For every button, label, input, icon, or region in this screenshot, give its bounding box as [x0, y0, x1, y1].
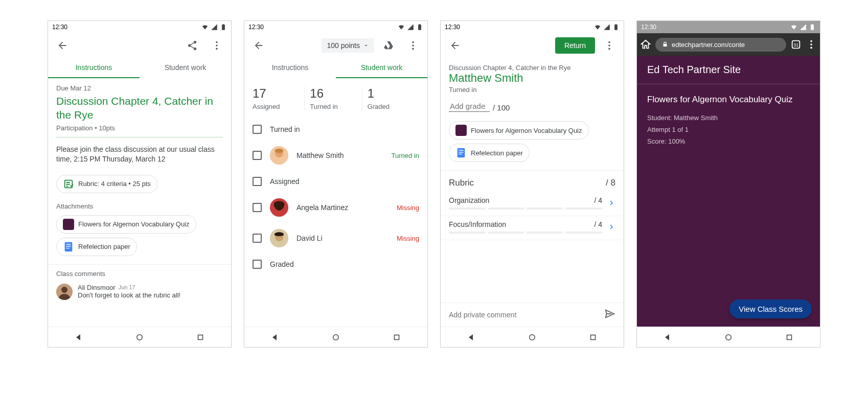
drive-button[interactable]: [378, 35, 399, 56]
tabs-icon[interactable]: 31: [790, 39, 802, 50]
chevron-right-icon: [607, 199, 615, 207]
points-dropdown[interactable]: 100 points: [322, 38, 374, 53]
nav-home-icon[interactable]: [724, 333, 733, 342]
wifi-icon: [790, 24, 797, 31]
status-bar: 12:30: [48, 21, 231, 33]
stat-assigned[interactable]: 17 Assigned: [253, 86, 305, 110]
student-row-angela[interactable]: Angela Martinez Missing: [244, 192, 427, 223]
checkbox[interactable]: [253, 203, 262, 212]
more-vert-icon: [211, 40, 222, 51]
attachment-quiz[interactable]: Flowers for Algernon Vocabulary Quiz: [56, 215, 196, 234]
attachment-doc[interactable]: Refelection paper: [56, 238, 137, 256]
send-button[interactable]: [604, 308, 615, 321]
back-arrow-icon: [57, 40, 68, 51]
student-name: Matthew Smith: [449, 72, 615, 85]
url-bar[interactable]: edtechpartner.com/conte: [655, 38, 786, 52]
nav-recent-icon[interactable]: [785, 333, 794, 342]
section-assigned: Assigned: [244, 171, 427, 192]
rubric-total: / 8: [606, 178, 615, 188]
stat-graded[interactable]: 1 Graded: [362, 86, 419, 110]
partner-page: Ed Tech Partner Site Flowers for Algerno…: [637, 56, 820, 327]
wifi-icon: [398, 24, 405, 31]
overflow-button[interactable]: [403, 35, 423, 56]
rubric-max: / 4: [594, 196, 602, 204]
battery-icon: [809, 24, 816, 31]
more-vert-icon: [604, 40, 615, 51]
view-class-scores-button[interactable]: View Class Scores: [729, 299, 812, 318]
assignment-meta: Participation • 10pts: [56, 124, 223, 132]
grade-input[interactable]: [449, 101, 490, 112]
nav-recent-icon[interactable]: [392, 333, 401, 342]
student-name: Angela Martinez: [296, 203, 389, 212]
svg-point-24: [608, 44, 610, 47]
rubric-chip[interactable]: Rubric: 4 criteria • 25 pts: [56, 175, 157, 193]
back-button[interactable]: [248, 35, 269, 56]
attachment-doc[interactable]: Refelection paper: [449, 144, 530, 162]
svg-rect-27: [459, 150, 463, 151]
avatar: [56, 284, 73, 300]
svg-point-2: [216, 48, 218, 50]
back-button[interactable]: [52, 35, 73, 56]
nav-recent-icon[interactable]: [588, 333, 598, 342]
back-button[interactable]: [445, 35, 465, 56]
grade-row: / 100: [449, 101, 615, 112]
attachment-label: Flowers for Algernon Vocabulary Quiz: [471, 127, 582, 134]
stat-num: 16: [310, 86, 361, 101]
tab-student-work[interactable]: Student work: [336, 58, 427, 78]
checkbox[interactable]: [253, 234, 262, 243]
section-graded: Graded: [244, 253, 427, 275]
overflow-button[interactable]: [207, 35, 227, 56]
return-button[interactable]: Return: [555, 37, 595, 54]
app-bar: 100 points: [244, 33, 427, 58]
svg-rect-22: [395, 335, 399, 339]
tab-student-work[interactable]: Student work: [140, 58, 231, 78]
nav-back-icon[interactable]: [467, 333, 476, 342]
nav-bar: [48, 327, 231, 347]
avatar: [270, 146, 288, 165]
attachment-quiz[interactable]: Flowers for Algernon Vocabulary Quiz: [449, 121, 589, 140]
drive-icon: [383, 40, 394, 51]
stat-label: Graded: [368, 103, 419, 110]
section-label: Graded: [270, 260, 419, 268]
rubric-label: Rubric: [449, 178, 474, 188]
url-text: edtechpartner.com/conte: [672, 41, 745, 49]
checkbox[interactable]: [253, 177, 262, 186]
nav-back-icon[interactable]: [74, 333, 83, 342]
nav-back-icon[interactable]: [270, 333, 280, 342]
phone-grading: 12:30 Return Discussion Chapter 4, Catch…: [440, 20, 624, 348]
chevron-right-icon: [607, 223, 615, 231]
svg-point-14: [412, 48, 414, 50]
battery-icon: [416, 24, 423, 31]
stat-turnedin[interactable]: 16 Turned in: [305, 86, 362, 110]
assignment-title: Discussion Chapter 4, Catcher in the Rye: [56, 94, 223, 122]
private-comment-input[interactable]: [449, 311, 599, 319]
share-button[interactable]: [182, 35, 202, 56]
signal-icon: [800, 24, 807, 31]
checkbox[interactable]: [253, 151, 262, 160]
rubric-item-organization[interactable]: Organization / 4: [441, 192, 624, 216]
checkbox[interactable]: [253, 260, 262, 269]
nav-home-icon[interactable]: [331, 333, 340, 342]
nav-home-icon[interactable]: [135, 333, 144, 342]
svg-point-37: [810, 47, 812, 49]
phone-instructions: 12:30 Instructions Student work Due Mar …: [48, 20, 232, 348]
comment-text: Don't forget to look at the rubric all!: [78, 291, 180, 299]
rubric-item-focus[interactable]: Focus/Information / 4: [441, 216, 624, 240]
section-turned-in: Turned in: [244, 119, 427, 140]
student-row-david[interactable]: David Li Missing: [244, 223, 427, 253]
more-vert-icon[interactable]: [806, 39, 817, 50]
overflow-button[interactable]: [599, 35, 620, 56]
nav-back-icon[interactable]: [663, 333, 672, 342]
student-row-matthew[interactable]: Matthew Smith Turned in: [244, 140, 427, 171]
docs-icon: [455, 147, 467, 158]
nav-recent-icon[interactable]: [196, 333, 205, 342]
checkbox[interactable]: [253, 125, 262, 134]
section-label: Assigned: [270, 177, 419, 186]
home-icon[interactable]: [640, 39, 651, 50]
tab-instructions[interactable]: Instructions: [244, 58, 336, 78]
nav-home-icon[interactable]: [528, 333, 537, 342]
svg-point-35: [810, 40, 812, 42]
browser-toolbar: edtechpartner.com/conte 31: [637, 33, 820, 56]
tab-instructions[interactable]: Instructions: [48, 58, 140, 78]
student-line: Student: Matthew Smith: [647, 114, 810, 122]
